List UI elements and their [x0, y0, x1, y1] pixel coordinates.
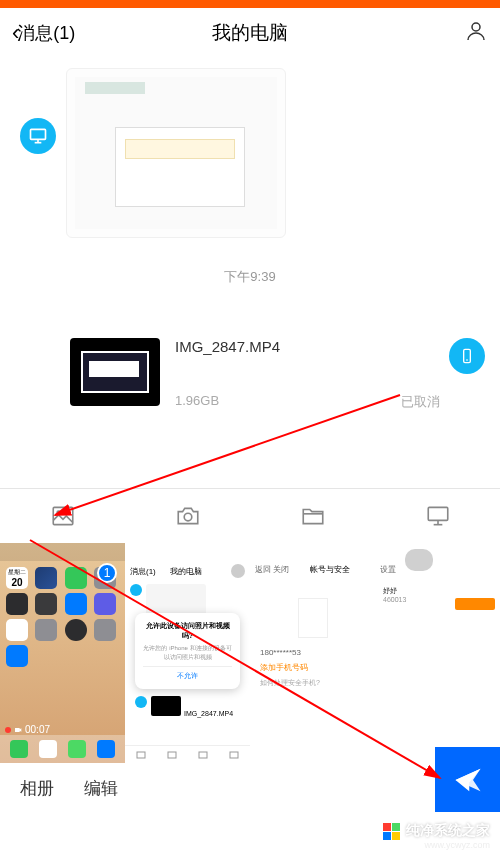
- header-bar: ‹ 消息(1) 我的电脑: [0, 8, 500, 58]
- svg-rect-13: [137, 752, 145, 758]
- svg-rect-10: [428, 507, 448, 520]
- person-icon: [464, 19, 488, 43]
- chat-messages: 下午9:39 IMG_2847.MP4 1.96GB 已取消: [0, 58, 500, 488]
- send-button[interactable]: [435, 747, 500, 812]
- edit-button[interactable]: 编辑: [84, 777, 118, 800]
- page-title: 我的电脑: [212, 20, 288, 46]
- album-button[interactable]: 相册: [20, 777, 54, 800]
- svg-rect-16: [230, 752, 238, 758]
- file-name: IMG_2847.MP4: [175, 338, 480, 355]
- phone-avatar: [449, 338, 485, 374]
- svg-rect-14: [168, 752, 176, 758]
- gallery-button[interactable]: [0, 503, 125, 529]
- back-button[interactable]: ‹ 消息(1): [12, 20, 75, 46]
- file-status: 已取消: [401, 393, 440, 411]
- send-icon: [453, 765, 483, 795]
- camera-button[interactable]: [125, 503, 250, 529]
- camera-icon: [175, 503, 201, 529]
- file-size: 1.96GB: [175, 393, 219, 411]
- phone-icon: [459, 348, 475, 364]
- file-info: IMG_2847.MP4 1.96GB 已取消: [175, 338, 480, 411]
- gallery-thumb-4[interactable]: 设置 妤妤460013: [375, 543, 500, 763]
- profile-button[interactable]: [464, 19, 488, 47]
- watermark-url: www.ycwyz.com: [424, 840, 490, 850]
- folder-icon: [300, 503, 326, 529]
- monitor-icon: [28, 126, 48, 146]
- watermark: 纯净系统之家: [383, 822, 490, 840]
- folder-button[interactable]: [250, 503, 375, 529]
- gallery-thumb-2[interactable]: 消息(1)我的电脑 允许此设备访问照片和视频吗? 允许您的 iPhone 和连接…: [125, 543, 250, 763]
- incoming-message[interactable]: [20, 68, 286, 238]
- timestamp: 下午9:39: [0, 268, 500, 286]
- screen-button[interactable]: [375, 503, 500, 529]
- screen-icon: [425, 503, 451, 529]
- svg-rect-6: [53, 507, 73, 524]
- selection-badge: 1: [97, 563, 117, 583]
- gallery-thumb-1[interactable]: 星期二20 00:07 1: [0, 543, 125, 763]
- svg-rect-1: [31, 129, 46, 139]
- svg-point-8: [184, 513, 192, 521]
- gallery-thumb-3[interactable]: 返回 关闭帐号与安全 180******53 添加手机号码 如何处理安全手机?: [250, 543, 375, 763]
- photo-picker: 星期二20 00:07 1 消息(1)我的电脑 允许此设备访问照片和: [0, 543, 500, 763]
- image-icon: [50, 503, 76, 529]
- input-toolbar: [0, 488, 500, 543]
- image-bubble[interactable]: [66, 68, 286, 238]
- back-label: 消息(1): [17, 21, 75, 45]
- svg-rect-15: [199, 752, 207, 758]
- video-thumbnail: [70, 338, 160, 406]
- picker-actions: 相册 编辑: [0, 763, 500, 813]
- outgoing-file-message[interactable]: IMG_2847.MP4 1.96GB 已取消: [70, 338, 480, 411]
- pc-avatar: [20, 118, 56, 154]
- svg-point-0: [472, 23, 480, 31]
